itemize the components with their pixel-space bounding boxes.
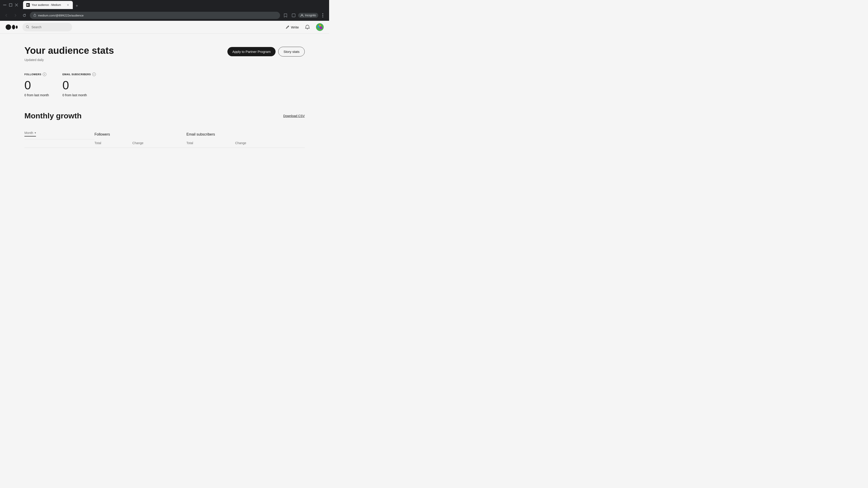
notification-button[interactable]: [303, 23, 311, 31]
search-placeholder: Search: [31, 25, 41, 29]
growth-table: Month ▾ Followers Email subscribers Tota…: [24, 129, 305, 148]
browser-chrome: Your audience - Medium ✕ + medium.com/@8…: [0, 0, 329, 21]
sort-icon: ▾: [35, 131, 36, 134]
svg-point-16: [26, 26, 29, 28]
write-button[interactable]: Write: [285, 25, 299, 29]
forward-button[interactable]: [12, 12, 19, 19]
svg-point-13: [6, 24, 11, 30]
monthly-growth-section: Monthly growth Download CSV Month ▾ Foll…: [24, 111, 305, 148]
followers-label: FOLLOWERS i: [24, 72, 49, 76]
incognito-label: Incognito: [305, 14, 316, 17]
story-stats-button[interactable]: Story stats: [278, 47, 305, 57]
svg-point-14: [12, 25, 15, 29]
page-header: Your audience stats Updated daily Apply …: [24, 45, 305, 62]
followers-total-header: Total: [94, 139, 132, 148]
month-column-header[interactable]: Month ▾: [24, 129, 94, 139]
svg-point-10: [322, 13, 323, 14]
incognito-badge: Incognito: [298, 13, 318, 18]
address-bar-row: medium.com/@89f4222e/audience Incognito: [0, 10, 329, 21]
email-group-header: Email subscribers: [186, 129, 305, 139]
page-title-section: Your audience stats Updated daily: [24, 45, 227, 62]
email-subscribers-change: 0 from last month: [62, 93, 96, 97]
main-content: Your audience stats Updated daily Apply …: [6, 34, 323, 159]
title-bar: Your audience - Medium ✕ +: [0, 0, 329, 10]
page-content: Search Write: [0, 21, 329, 184]
svg-point-6: [29, 5, 29, 5]
email-total-header: Total: [186, 139, 235, 148]
followers-group-header: Followers: [94, 129, 186, 139]
svg-rect-7: [34, 15, 36, 17]
header-left: Search: [5, 23, 72, 31]
write-label: Write: [291, 25, 299, 29]
search-bar[interactable]: Search: [22, 23, 72, 31]
followers-change-header: Change: [132, 139, 186, 148]
monthly-growth-header: Monthly growth Download CSV: [24, 111, 305, 120]
month-sub-header: [24, 139, 94, 148]
tab-bar: Your audience - Medium ✕ +: [20, 1, 83, 9]
address-text: medium.com/@89f4222e/audience: [38, 14, 276, 17]
refresh-button[interactable]: [21, 12, 28, 19]
new-tab-button[interactable]: +: [74, 3, 80, 9]
tab-close-button[interactable]: ✕: [66, 3, 70, 7]
followers-info-icon[interactable]: i: [43, 72, 46, 76]
minimize-button[interactable]: [3, 3, 7, 7]
svg-point-20: [319, 25, 321, 26]
header-actions: Apply to Partner Program Story stats: [227, 47, 305, 57]
svg-point-5: [28, 4, 29, 6]
avatar[interactable]: [316, 23, 324, 31]
address-bar[interactable]: medium.com/@89f4222e/audience: [30, 12, 280, 19]
stats-section: FOLLOWERS i 0 0 from last month EMAIL SU…: [24, 72, 305, 97]
header-right: Write: [285, 23, 324, 31]
lock-icon: [33, 13, 36, 18]
close-button[interactable]: [14, 3, 19, 7]
email-info-icon[interactable]: i: [92, 72, 96, 76]
medium-favicon-icon: [26, 3, 30, 7]
download-csv-button[interactable]: Download CSV: [283, 114, 305, 118]
svg-point-11: [322, 15, 323, 16]
back-button[interactable]: [3, 12, 10, 19]
extensions-button[interactable]: [290, 12, 297, 19]
bookmark-button[interactable]: [282, 12, 289, 19]
email-change-header: Change: [235, 139, 305, 148]
followers-change: 0 from last month: [24, 93, 49, 97]
browser-actions: Incognito: [282, 12, 327, 19]
svg-point-15: [16, 26, 18, 29]
apply-partner-button[interactable]: Apply to Partner Program: [227, 47, 276, 56]
page-subtitle: Updated daily: [24, 58, 227, 62]
medium-header: Search Write: [0, 21, 329, 34]
maximize-button[interactable]: [8, 3, 13, 7]
medium-logo[interactable]: [5, 24, 18, 31]
tab-title: Your audience - Medium: [32, 3, 64, 6]
monthly-growth-title: Monthly growth: [24, 111, 82, 120]
svg-point-4: [27, 4, 28, 6]
svg-point-19: [320, 26, 322, 29]
email-subscribers-label: EMAIL SUBSCRIBERS i: [62, 72, 96, 76]
email-subscribers-stat: EMAIL SUBSCRIBERS i 0 0 from last month: [62, 72, 96, 97]
svg-rect-1: [9, 4, 12, 6]
svg-point-12: [322, 17, 323, 18]
svg-rect-8: [292, 14, 295, 17]
page-title: Your audience stats: [24, 45, 227, 56]
active-tab[interactable]: Your audience - Medium ✕: [23, 1, 73, 9]
menu-button[interactable]: [319, 12, 327, 19]
window-controls: [3, 3, 19, 7]
svg-rect-0: [3, 5, 6, 5]
email-subscribers-value: 0: [62, 79, 96, 91]
search-icon: [26, 25, 29, 29]
followers-value: 0: [24, 79, 49, 91]
followers-stat: FOLLOWERS i 0 0 from last month: [24, 72, 49, 97]
